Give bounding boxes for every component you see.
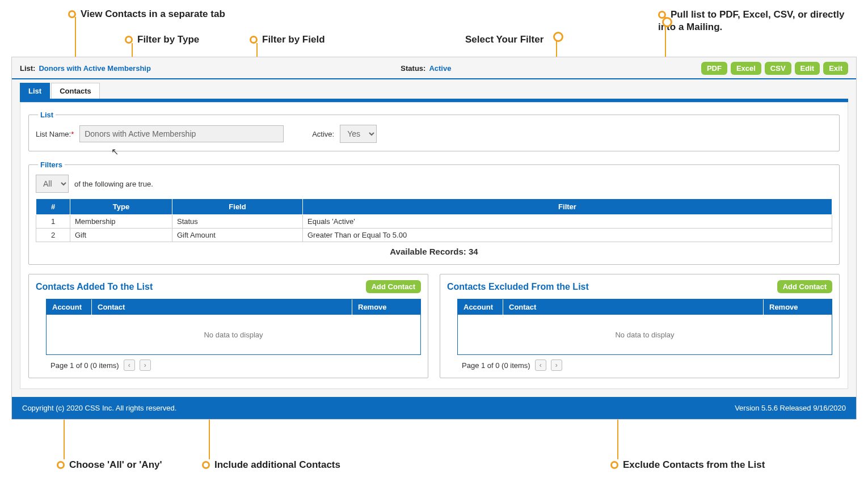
status-value[interactable]: Active <box>429 64 451 73</box>
callout-text: Filter by Type <box>137 34 199 45</box>
list-name-link[interactable]: Donors with Active Membership <box>39 64 150 73</box>
col-contact: Contact <box>503 299 764 315</box>
callout-text: Pull list to PDF, Excel, CSV, or directl… <box>658 9 844 32</box>
col-remove: Remove <box>352 299 420 315</box>
excluded-title: Contacts Excluded From the List <box>447 282 589 292</box>
contacts-excluded-panel: Contacts Excluded From the List Add Cont… <box>440 274 840 378</box>
add-contact-button[interactable]: Add Contact <box>777 280 832 293</box>
copyright: Copyright (c) 2020 CSS Inc. All rights r… <box>22 404 176 412</box>
callout-text: Filter by Field <box>262 34 325 45</box>
added-empty: No data to display <box>47 315 420 354</box>
match-mode-select[interactable]: All <box>36 175 69 193</box>
col-account: Account <box>47 299 92 315</box>
added-table: Account Contact Remove No data to displa… <box>46 299 421 355</box>
status-label: Status: <box>401 64 425 73</box>
match-text: of the following are true. <box>74 180 153 188</box>
col-field: Field <box>172 199 303 215</box>
excel-button[interactable]: Excel <box>731 62 761 75</box>
prev-page-button[interactable]: ‹ <box>124 360 135 371</box>
pager-text: Page 1 of 0 (0 items) <box>462 361 530 370</box>
filters-header-row: # Type Field Filter <box>36 199 832 215</box>
callout-filter-type: Filter by Type <box>125 34 199 45</box>
col-account: Account <box>458 299 503 315</box>
callout-export: Pull list to PDF, Excel, CSV, or directl… <box>658 9 845 33</box>
callout-text: Choose 'All' or 'Any' <box>69 459 162 470</box>
table-row[interactable]: 2 Gift Gift Amount Greater Than or Equal… <box>36 229 832 242</box>
callout-text: Include additional Contacts <box>214 459 340 470</box>
callout-text: Select Your Filter <box>465 34 543 45</box>
excluded-table: Account Contact Remove No data to displa… <box>457 299 832 355</box>
col-num: # <box>36 199 70 215</box>
available-records: Available Records: 34 <box>36 242 832 256</box>
csv-button[interactable]: CSV <box>765 62 791 75</box>
filters-table: # Type Field Filter 1 Membership Status … <box>36 198 832 242</box>
cursor-icon: ↖ <box>111 146 119 157</box>
col-filter: Filter <box>303 199 832 215</box>
col-type: Type <box>70 199 172 215</box>
active-select[interactable]: Yes <box>340 125 377 143</box>
callout-view-contacts: View Contacts in a separate tab <box>68 9 225 20</box>
col-contact: Contact <box>92 299 352 315</box>
callout-line <box>556 35 557 43</box>
list-name-input[interactable] <box>79 125 284 142</box>
tab-list[interactable]: List <box>20 83 50 99</box>
version: Version 5.5.6 Released 9/16/2020 <box>735 404 846 412</box>
prev-page-button[interactable]: ‹ <box>535 360 546 371</box>
add-contact-button[interactable]: Add Contact <box>366 280 421 293</box>
list-panel-legend: List <box>38 111 56 119</box>
list-panel: List List Name:* Active: Yes ↖ <box>28 111 840 151</box>
callout-all-any: Choose 'All' or 'Any' <box>57 459 162 471</box>
callout-include: Include additional Contacts <box>202 459 340 471</box>
footer: Copyright (c) 2020 CSS Inc. All rights r… <box>12 397 856 419</box>
callout-text: View Contacts in a separate tab <box>81 9 225 19</box>
filters-panel-legend: Filters <box>38 160 65 169</box>
list-name-label: List Name:* <box>36 130 74 138</box>
added-title: Contacts Added To the List <box>36 282 153 292</box>
filters-panel: Filters All of the following are true. #… <box>28 160 840 265</box>
callout-select-filter: Select Your Filter <box>465 34 543 45</box>
content-area: List List Name:* Active: Yes ↖ Filters A… <box>20 102 848 389</box>
app-window: List: Donors with Active Membership Stat… <box>11 57 857 420</box>
next-page-button[interactable]: › <box>140 360 151 371</box>
table-row[interactable]: 1 Membership Status Equals 'Active' <box>36 215 832 229</box>
list-label: List: <box>20 64 35 73</box>
col-remove: Remove <box>764 299 832 315</box>
pdf-button[interactable]: PDF <box>701 62 727 75</box>
callout-exclude: Exclude Contacts from the List <box>610 459 765 471</box>
active-label: Active: <box>312 130 334 138</box>
contacts-added-panel: Contacts Added To the List Add Contact A… <box>28 274 428 378</box>
excluded-empty: No data to display <box>458 315 832 354</box>
exit-button[interactable]: Exit <box>823 62 848 75</box>
callout-filter-field: Filter by Field <box>250 34 325 45</box>
next-page-button[interactable]: › <box>551 360 562 371</box>
edit-button[interactable]: Edit <box>795 62 820 75</box>
tabs: List Contacts <box>12 79 856 99</box>
topbar: List: Donors with Active Membership Stat… <box>12 57 856 79</box>
tab-contacts[interactable]: Contacts <box>51 83 100 99</box>
callout-text: Exclude Contacts from the List <box>623 459 765 470</box>
pager-text: Page 1 of 0 (0 items) <box>50 361 119 370</box>
